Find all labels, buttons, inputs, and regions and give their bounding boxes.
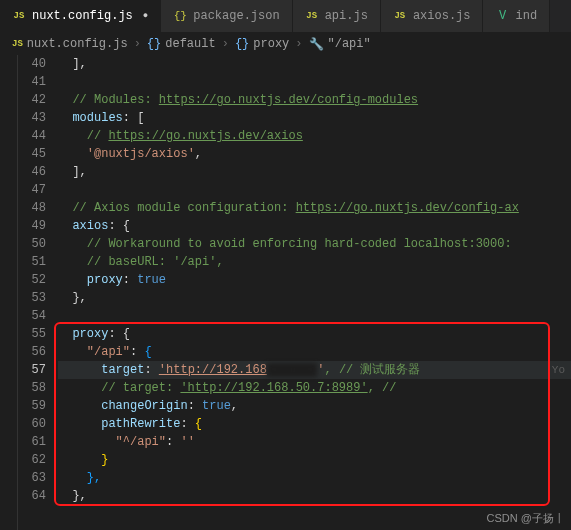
tab-nuxt-config[interactable]: JS nuxt.config.js ● — [0, 0, 161, 32]
code-bool: true — [137, 273, 166, 287]
tab-api-js[interactable]: JS api.js — [293, 0, 381, 32]
tab-label: package.json — [193, 9, 279, 23]
code-key: pathRewrite — [58, 417, 180, 431]
code-text: : [ — [123, 111, 145, 125]
code-key: proxy — [58, 273, 123, 287]
json-icon: {} — [173, 9, 187, 23]
code-key: modules — [58, 111, 123, 125]
code-comment: , // — [368, 381, 397, 395]
code-text — [58, 147, 87, 161]
brace-icon: {} — [147, 37, 161, 51]
code-key: proxy — [58, 327, 108, 341]
code-key: axios — [58, 219, 108, 233]
breadcrumb-seg: "/api" — [328, 37, 371, 51]
modified-dot-icon: ● — [143, 11, 148, 21]
line-gutter: 40414243 44454647 48495051 52535455 5657… — [18, 55, 58, 530]
js-icon: JS — [12, 9, 26, 23]
left-margin — [0, 55, 18, 530]
tab-label: api.js — [325, 9, 368, 23]
code-area[interactable]: ], // Modules: https://go.nuxtjs.dev/con… — [58, 55, 571, 530]
tab-package-json[interactable]: {} package.json — [161, 0, 292, 32]
code-line — [58, 307, 571, 325]
code-text: } — [58, 453, 108, 467]
redacted-text: XXXXXXX — [267, 363, 317, 377]
code-comment: // Modules: — [58, 93, 159, 107]
code-line — [58, 73, 571, 91]
breadcrumb[interactable]: JS nuxt.config.js › {} default › {} prox… — [0, 33, 571, 55]
code-comment: // — [58, 129, 108, 143]
chevron-right-icon: › — [134, 37, 141, 51]
breadcrumb-seg: default — [165, 37, 215, 51]
code-string: "^/api" — [116, 435, 166, 449]
code-comment: // target: — [58, 381, 180, 395]
code-string: 'http://192.168 — [159, 363, 267, 377]
code-text: ], — [58, 165, 87, 179]
tab-axios-js[interactable]: JS axios.js — [381, 0, 484, 32]
vue-icon: V — [495, 9, 509, 23]
tab-bar: JS nuxt.config.js ● {} package.json JS a… — [0, 0, 571, 33]
code-bool: true — [202, 399, 231, 413]
breadcrumb-seg: proxy — [253, 37, 289, 51]
tab-label: ind — [515, 9, 537, 23]
code-text: ], — [58, 57, 87, 71]
code-text: : { — [108, 219, 130, 233]
code-comment: // Workaround to avoid enforcing hard-co… — [58, 237, 519, 251]
code-editor[interactable]: 40414243 44454647 48495051 52535455 5657… — [0, 55, 571, 530]
brace-icon: {} — [235, 37, 249, 51]
breadcrumb-file: nuxt.config.js — [27, 37, 128, 51]
code-string: "/api" — [87, 345, 130, 359]
tab-label: nuxt.config.js — [32, 9, 133, 23]
inline-hint: Yo — [552, 361, 565, 379]
code-comment: // baseURL: '/api', — [58, 255, 224, 269]
code-link: 'http://192.168.50.7:8989' — [180, 381, 367, 395]
js-icon: JS — [12, 39, 23, 49]
tab-label: axios.js — [413, 9, 471, 23]
code-key: changeOrigin — [58, 399, 188, 413]
wrench-icon: 🔧 — [309, 37, 324, 52]
js-icon: JS — [305, 9, 319, 23]
code-text: : { — [108, 327, 130, 341]
chevron-right-icon: › — [222, 37, 229, 51]
code-comment: // Axios module configuration: — [58, 201, 296, 215]
code-comment: , // 测试服务器 — [324, 363, 420, 377]
code-link[interactable]: https://go.nuxtjs.dev/axios — [108, 129, 302, 143]
code-text: }, — [58, 291, 87, 305]
tab-vue[interactable]: V ind — [483, 0, 550, 32]
code-link[interactable]: https://go.nuxtjs.dev/config-ax — [296, 201, 519, 215]
code-link[interactable]: https://go.nuxtjs.dev/config-modules — [159, 93, 418, 107]
code-string: '@nuxtjs/axios' — [87, 147, 195, 161]
code-text: }, — [58, 489, 87, 503]
code-key: target — [58, 363, 144, 377]
watermark: CSDN @子扬丨 — [487, 511, 565, 526]
code-line — [58, 181, 571, 199]
code-text: }, — [58, 471, 101, 485]
chevron-right-icon: › — [295, 37, 302, 51]
js-icon: JS — [393, 9, 407, 23]
code-string: '' — [180, 435, 194, 449]
